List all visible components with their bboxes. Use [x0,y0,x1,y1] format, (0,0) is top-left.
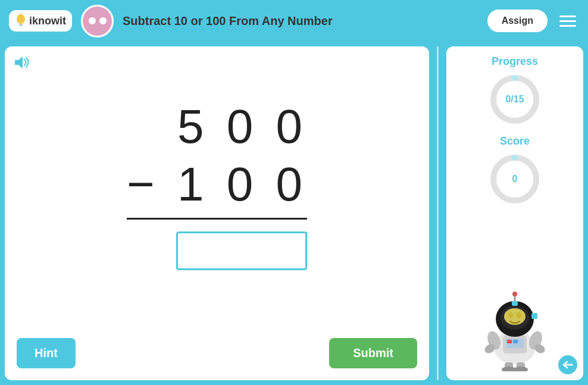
hamburger-button[interactable] [556,12,579,30]
math-minuend: 5 0 0 [177,99,307,154]
hint-button[interactable]: Hint [17,338,76,368]
score-gauge: 0 [488,152,542,206]
progress-title: Progress [492,55,538,68]
logo-text: iknowit [29,15,66,27]
math-subtrahend: − 1 0 0 [127,157,307,212]
right-panel: Progress 0/15 Score 0 [446,46,583,380]
submit-button[interactable]: Submit [329,338,417,368]
main-container: 5 0 0 − 1 0 0 Hint Submit Progress [0,42,588,385]
bottom-buttons: Hint Submit [14,332,420,371]
svg-rect-29 [531,313,537,319]
svg-point-0 [17,14,25,24]
svg-marker-3 [15,57,23,68]
svg-point-17 [517,312,521,318]
vertical-separator [437,46,439,380]
header: iknowit Subtract 10 or 100 From Any Numb… [0,0,588,42]
svg-rect-1 [19,24,23,26]
score-value: 0 [512,174,518,184]
hamburger-line-2 [559,20,576,22]
mascot-dots [89,17,107,24]
score-section: Score 0 [488,135,542,206]
math-problem: 5 0 0 − 1 0 0 [127,99,307,270]
svg-rect-11 [507,340,512,343]
back-button[interactable] [558,355,577,374]
progress-gauge: 0/15 [488,73,542,126]
svg-point-15 [504,308,526,325]
content-panel: 5 0 0 − 1 0 0 Hint Submit [5,46,429,380]
robot-mascot-area [467,215,562,371]
svg-point-28 [514,367,528,371]
hamburger-line-3 [559,25,576,27]
robot-mascot-icon [467,270,562,371]
header-title: Subtract 10 or 100 From Any Number [123,14,478,28]
speaker-icon[interactable] [14,55,32,73]
svg-point-16 [508,312,513,318]
logo: iknowit [9,10,72,32]
answer-box[interactable] [176,231,307,270]
assign-button[interactable]: Assign [487,10,548,32]
mascot-avatar [81,5,114,37]
mascot-dot-right [99,17,107,24]
score-title: Score [500,135,530,148]
logo-bulb-icon [15,14,27,28]
progress-section: Progress 0/15 [488,55,542,126]
svg-rect-12 [513,340,518,343]
math-area: 5 0 0 − 1 0 0 [14,55,420,332]
hamburger-line-1 [559,15,576,17]
mascot-dot-left [89,17,96,24]
math-divider-line [127,218,307,220]
answer-input[interactable] [178,233,305,268]
svg-point-30 [571,364,573,366]
svg-point-20 [512,292,517,296]
progress-value: 0/15 [505,94,524,105]
svg-rect-18 [512,301,518,306]
